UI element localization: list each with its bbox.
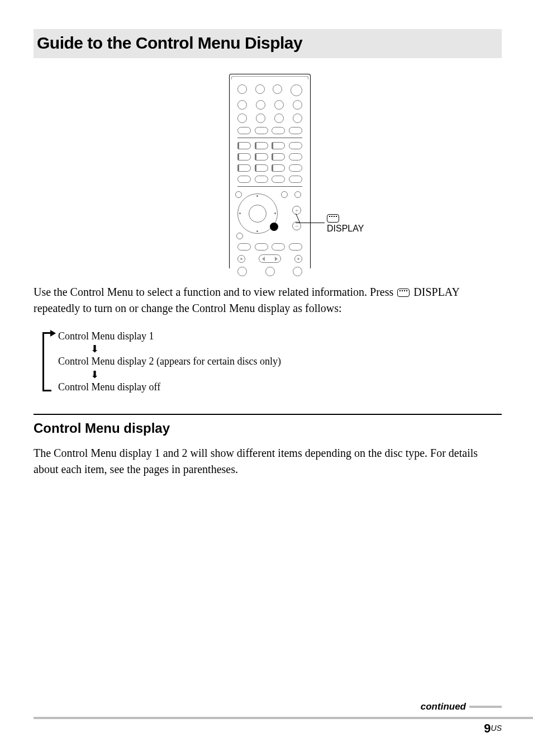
remote-button [272, 153, 285, 160]
remote-button [237, 255, 245, 263]
remote-button [255, 127, 268, 134]
remote-button [255, 164, 268, 172]
callout-label: DISPLAY [327, 224, 364, 233]
page-title: Guide to the Control Menu Display [37, 34, 497, 53]
remote-button [289, 127, 302, 134]
remote-button [237, 100, 247, 110]
menu-cycle-diagram: Control Menu display 1 ⬇︎ Control Menu d… [34, 330, 502, 394]
remote-button [281, 191, 288, 198]
remote-button [293, 267, 302, 276]
remote-button [293, 114, 302, 123]
page-number-value: 9 [484, 721, 491, 735]
display-icon [397, 289, 410, 297]
remote-button [272, 176, 285, 183]
remote-button [255, 84, 265, 94]
down-arrow-icon: ⬇︎ [91, 344, 502, 354]
remote-button [237, 127, 251, 134]
title-bar: Guide to the Control Menu Display [34, 29, 502, 58]
remote-button [255, 142, 268, 149]
remote-button [294, 255, 302, 263]
remote-button [259, 254, 281, 263]
remote-control-illustration: + − [229, 74, 311, 268]
section-body-text: The Control Menu display 1 and 2 will sh… [34, 445, 502, 478]
remote-button [237, 176, 251, 183]
remote-button [291, 84, 302, 96]
remote-illustration-container: + − [38, 74, 502, 268]
paragraph-text-part1: Use the Control Menu to select a functio… [34, 286, 396, 298]
remote-button [237, 114, 247, 123]
display-button-callout: DISPLAY [327, 214, 364, 234]
remote-button [256, 100, 265, 110]
remote-button [237, 164, 251, 172]
remote-button [237, 153, 251, 160]
remote-button [255, 153, 268, 160]
remote-button [272, 164, 285, 172]
continued-bar [469, 706, 502, 708]
footer-rule [34, 717, 533, 719]
section-divider [34, 414, 502, 415]
remote-button [273, 84, 282, 94]
cycle-step-1: Control Menu display 1 [58, 330, 502, 343]
remote-button [265, 267, 275, 276]
remote-button [274, 100, 284, 110]
remote-button [272, 127, 285, 134]
remote-button [255, 176, 268, 183]
cycle-step-2: Control Menu display 2 (appears for cert… [58, 355, 502, 368]
display-icon [327, 214, 339, 223]
remote-button [289, 176, 302, 183]
remote-button [256, 114, 265, 123]
remote-button [236, 233, 243, 239]
page-number: 9US [34, 721, 502, 736]
remote-button [294, 191, 301, 198]
remote-button [274, 114, 284, 123]
remote-button [235, 191, 242, 198]
cycle-loop-arrow-icon [42, 332, 51, 391]
section-heading: Control Menu display [34, 420, 502, 436]
remote-button [293, 100, 302, 110]
remote-button [272, 142, 285, 149]
remote-button [289, 142, 302, 149]
page-footer: continued 9US [34, 701, 502, 736]
down-arrow-icon: ⬇︎ [91, 370, 502, 380]
remote-button [237, 84, 247, 94]
cycle-step-3: Control Menu display off [58, 381, 502, 394]
intro-paragraph: Use the Control Menu to select a functio… [34, 284, 502, 316]
continued-label: continued [421, 701, 466, 712]
remote-button [237, 243, 251, 251]
remote-button [289, 153, 302, 160]
remote-button [237, 267, 247, 276]
display-button-highlight [270, 223, 278, 231]
remote-button [272, 243, 285, 251]
remote-button [237, 142, 251, 149]
remote-button [289, 243, 302, 251]
remote-button [255, 243, 268, 251]
remote-button [289, 164, 302, 172]
page-region: US [491, 724, 502, 733]
